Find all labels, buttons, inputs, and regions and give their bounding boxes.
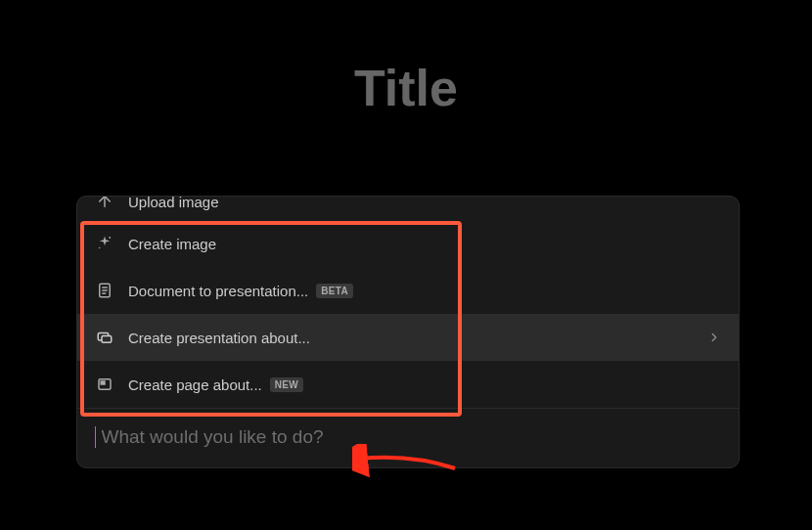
- command-input-area[interactable]: What would you like to do?: [77, 408, 739, 467]
- svg-rect-7: [102, 336, 112, 343]
- chevron-right-icon: [707, 331, 721, 344]
- command-input-placeholder: What would you like to do?: [101, 426, 323, 447]
- sparkle-icon: [95, 234, 114, 253]
- upload-icon: [95, 197, 114, 211]
- menu-item-label: Create page about...: [128, 376, 262, 393]
- beta-badge: BETA: [316, 284, 353, 298]
- svg-point-0: [109, 237, 111, 239]
- menu-item-label: Create image: [128, 236, 216, 252]
- command-popup: Upload image Create image Document to pr…: [76, 196, 740, 468]
- menu-item-create-image[interactable]: Create image: [77, 220, 739, 267]
- menu-item-label: Create presentation about...: [128, 330, 310, 346]
- menu-item-create-page[interactable]: Create page about... NEW: [77, 361, 739, 408]
- menu-item-create-presentation[interactable]: Create presentation about...: [77, 314, 739, 361]
- menu-item-upload-image[interactable]: Upload image: [77, 197, 739, 220]
- page-title[interactable]: Title: [0, 59, 812, 117]
- svg-rect-9: [101, 381, 105, 384]
- menu-item-doc-to-presentation[interactable]: Document to presentation... BETA: [77, 267, 739, 314]
- new-badge: NEW: [270, 377, 303, 392]
- page-icon: [95, 375, 114, 394]
- svg-point-1: [99, 247, 101, 249]
- presentation-icon: [95, 328, 114, 347]
- menu-item-label: Upload image: [128, 197, 219, 210]
- text-caret: [95, 426, 96, 448]
- menu-item-label: Document to presentation...: [128, 283, 308, 299]
- document-icon: [95, 281, 114, 300]
